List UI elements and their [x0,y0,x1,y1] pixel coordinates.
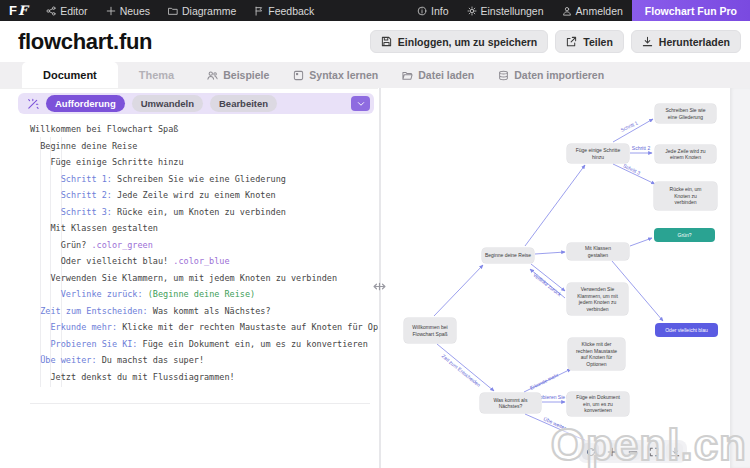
tab-beispiele[interactable]: Beispiele [195,62,281,88]
flow-node-schreiben[interactable]: Schreiben Sie wie eine Gliederung [655,104,716,123]
ai-pill-aufforderung[interactable]: Aufforderung [46,95,125,112]
nav-item-anmelden[interactable]: Anmelden [553,5,632,17]
flow-node-fuege[interactable]: Füge einige Schritte hinzu [567,144,629,163]
ai-toolbar: AufforderungUmwandelnBearbeiten [18,93,374,114]
editor-pane: AufforderungUmwandelnBearbeiten Willkomm… [0,88,378,468]
end-of-document-divider [30,403,370,404]
top-nav: FF EditorNeuesDiagrammeFeedback InfoEins… [0,0,750,21]
minus-icon [628,447,638,457]
svg-text:Zeit zum Entscheiden: Zeit zum Entscheiden [441,353,482,388]
editor-line: Schritt 2: Jede Zeile wird zu einem Knot… [0,187,378,204]
plus-icon [106,6,116,16]
flow-node-ruecke[interactable]: Rücke ein, um Knoten zu verbinden [654,182,717,210]
plus-button[interactable] [603,443,620,460]
share-nodes-icon [46,6,56,16]
svg-text:Verlinke zurück: Verlinke zurück [532,272,563,298]
folder-icon [168,6,178,16]
chart-toolbar [578,440,687,463]
app-logo[interactable]: FF [0,3,37,18]
syntax-icon [293,70,304,81]
editor-line: Schritt 3: Rücke ein, um Knoten zu verbi… [0,204,378,221]
svg-text:Schritt 1: Schritt 1 [620,119,639,133]
chevron-down-icon [356,99,366,109]
editor-line: Jetzt denkst du mit Flussdiagrammen! [0,369,378,386]
minus-button[interactable] [624,443,641,460]
flow-node-oderblau[interactable]: Oder vielleicht blau [655,323,718,337]
logo-bold: F [9,3,17,18]
pro-upgrade-button[interactable]: Flowchart Fun Pro [632,0,750,21]
editor-line: Verlinke zurück: (Beginne deine Reise) [0,286,378,303]
flow-node-jede[interactable]: Jede Zeile wird zu einem Knoten [655,145,716,163]
editor-line: Übe weiter: Du machst das super! [0,352,378,369]
ai-pill-bearbeiten[interactable]: Bearbeiten [210,95,277,112]
flow-node-dokument[interactable]: Füge ein Dokument ein, um es zu konverti… [567,392,629,416]
share-out-icon [566,36,577,47]
text-editor[interactable]: Willkommen bei Flowchart Spaß Beginne de… [0,121,378,385]
nav-item-einstellungen[interactable]: Einstellungen [458,5,553,17]
download-icon [670,447,680,457]
plus-icon [607,447,617,457]
flow-node-klicke[interactable]: Klicke mit der rechten Maustaste auf Kno… [568,338,625,370]
editor-line: Probieren Sie KI: Füge ein Dokument ein,… [0,336,378,353]
flow-node-beginne[interactable]: Beginne deine Reise [482,248,534,263]
refresh-icon [586,447,596,457]
save-icon [381,36,392,47]
nav-item-neues[interactable]: Neues [97,5,159,17]
flow-node-was[interactable]: Was kommt als Nächstes? [480,393,541,413]
users-icon [207,70,218,81]
wand-icon [27,98,39,110]
nav-item-info[interactable]: Info [408,5,458,17]
logo-script: F [18,3,27,18]
flowchart-canvas[interactable]: Zeit zum EntscheidenVerlinke zurückSchri… [384,88,730,468]
ai-toolbar-collapse-button[interactable] [351,96,370,111]
flow-node-gruen[interactable]: Grün? [654,228,715,242]
editor-line: Schritt 1: Schreiben Sie wie eine Gliede… [0,171,378,188]
flag-icon [254,6,264,16]
editor-line: Grün? .color_green [0,237,378,254]
editor-line: Oder vielleicht blau! .color_blue [0,253,378,270]
tab-bar: Document Thema BeispieleSyntax lernenDat… [0,62,750,88]
herunterladen-button[interactable]: Herunterladen [631,30,741,53]
tab-theme[interactable]: Thema [118,62,195,88]
editor-line: Willkommen bei Flowchart Spaß [0,121,378,138]
flow-node-willkommen[interactable]: Willkommen bei Flowchart Spaß [404,318,456,343]
resize-h-icon [373,280,386,293]
editor-line: Mit Klassen gestalten [0,220,378,237]
editor-line: Verwenden Sie Klammern, um mit jedem Kno… [0,270,378,287]
nav-item-feedback[interactable]: Feedback [245,5,323,17]
ai-pill-umwandeln[interactable]: Umwandeln [132,95,203,112]
page-header: flowchart.fun Einloggen, um zu speichern… [0,21,750,62]
svg-text:Erkunde mehr: Erkunde mehr [529,371,560,390]
tab-daten-importieren[interactable]: Daten importieren [486,62,616,88]
einloggen-um-zu-speichern-button[interactable]: Einloggen, um zu speichern [370,30,548,53]
expand-icon [649,447,659,457]
download-icon [642,36,653,47]
flow-node-mitklassen[interactable]: Mit Klassen gestalten [567,243,629,260]
expand-button[interactable] [645,443,662,460]
teilen-button[interactable]: Teilen [555,30,624,53]
refresh-button[interactable] [582,443,599,460]
user-icon [562,6,572,16]
tab-syntax-lernen[interactable]: Syntax lernen [281,62,390,88]
main-area: AufforderungUmwandelnBearbeiten Willkomm… [0,88,750,468]
tab-document[interactable]: Document [22,62,118,88]
svg-text:Schritt 3: Schritt 3 [622,163,641,176]
editor-line: Erkunde mehr: Klicke mit der rechten Mau… [0,319,378,336]
pane-resize-handle[interactable] [366,278,392,294]
gear-icon [467,6,477,16]
nav-item-editor[interactable]: Editor [37,5,96,17]
editor-line: Füge einige Schritte hinzu [0,154,378,171]
page-title: flowchart.fun [18,29,152,55]
editor-line: Zeit zum Entscheiden: Was kommt als Näch… [0,303,378,320]
scrollbar-gutter [730,88,750,468]
folder-open-icon [402,70,413,81]
download-button[interactable] [666,443,683,460]
nav-item-diagramme[interactable]: Diagramme [159,5,245,17]
tab-datei-laden[interactable]: Datei laden [390,62,486,88]
svg-text:Schritt 2: Schritt 2 [632,145,651,151]
flow-node-verwenden[interactable]: Verwenden Sie Klammern, um mit jedem Kno… [567,283,628,315]
editor-line: Beginne deine Reise [0,138,378,155]
database-icon [498,70,509,81]
info-icon [417,6,427,16]
